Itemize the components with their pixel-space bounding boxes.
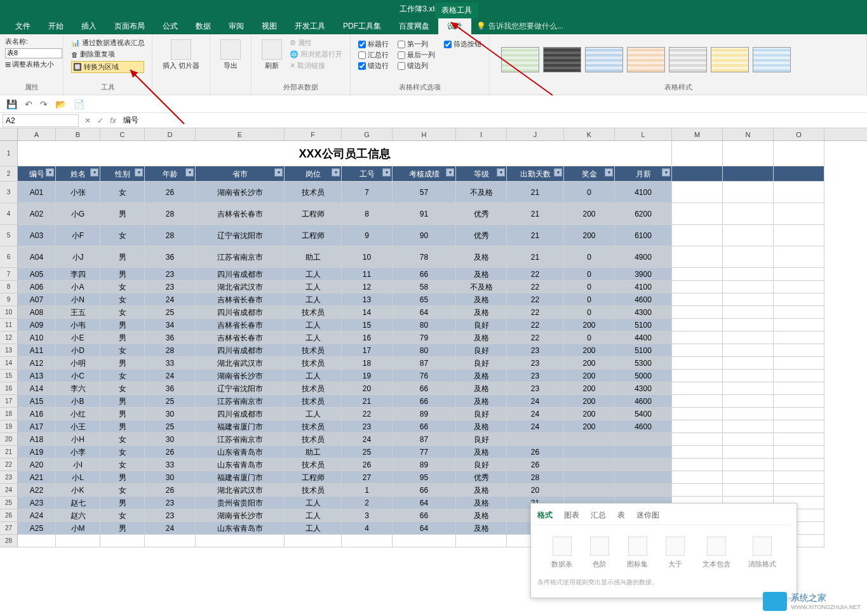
cell[interactable] (672, 306, 723, 319)
cell[interactable]: A07 (18, 293, 56, 306)
cell[interactable] (672, 225, 723, 246)
unlink[interactable]: ✕ 取消链接 (290, 61, 342, 70)
cell[interactable]: 月薪▾ (615, 166, 672, 182)
cell[interactable]: 22 (507, 268, 564, 281)
cell[interactable]: 66 (393, 268, 456, 281)
cell[interactable]: 男 (100, 497, 145, 509)
cell[interactable] (723, 420, 774, 433)
cell[interactable]: 年龄▾ (145, 166, 196, 182)
cell[interactable]: 25 (145, 420, 196, 433)
cell[interactable]: 及格 (456, 497, 507, 509)
cell[interactable]: 工人 (285, 522, 342, 535)
cell[interactable]: 16 (342, 331, 393, 344)
cell[interactable]: 4400 (615, 331, 672, 344)
col-header[interactable]: B (56, 128, 100, 140)
cell[interactable] (285, 535, 342, 547)
col-header[interactable]: O (774, 128, 824, 140)
cell[interactable]: 吉林省长春市 (196, 203, 285, 225)
cell[interactable]: 23 (507, 357, 564, 370)
cell[interactable] (672, 484, 723, 497)
cell[interactable]: 87 (393, 433, 456, 446)
cell[interactable]: 不及格 (456, 281, 507, 293)
cell[interactable]: 女 (100, 344, 145, 357)
cell[interactable] (672, 408, 723, 420)
cell[interactable]: 5100 (615, 319, 672, 331)
qp-tab-spark[interactable]: 迷你图 (636, 510, 659, 521)
cell[interactable]: 24 (145, 370, 196, 382)
cell[interactable]: A17 (18, 420, 56, 433)
cell[interactable]: 30 (145, 471, 196, 484)
filter-arrow-icon[interactable]: ▾ (46, 168, 54, 177)
cell[interactable]: 男 (100, 395, 145, 408)
col-header[interactable]: M (672, 128, 723, 140)
cell[interactable]: 79 (393, 331, 456, 344)
cell[interactable]: 吉林省长春市 (196, 319, 285, 331)
cell[interactable]: 山东省青岛市 (196, 459, 285, 471)
cell[interactable]: 女 (100, 370, 145, 382)
cell[interactable]: 4 (342, 522, 393, 535)
cell[interactable]: 及格 (456, 370, 507, 382)
style-thumb[interactable] (753, 47, 791, 72)
select-all-corner[interactable] (0, 128, 18, 140)
cell[interactable]: 64 (393, 522, 456, 535)
cell[interactable]: 17 (342, 344, 393, 357)
col-header[interactable]: F (285, 128, 342, 140)
cell[interactable] (723, 357, 774, 370)
chk-header-row[interactable]: 标题行 (358, 39, 389, 49)
cell[interactable]: A22 (18, 484, 56, 497)
cell[interactable]: 90 (393, 225, 456, 246)
cell[interactable] (774, 459, 824, 471)
cell[interactable]: 30 (145, 433, 196, 446)
tab-layout[interactable]: 页面布局 (105, 21, 154, 32)
cell[interactable]: 19 (342, 370, 393, 382)
cell[interactable]: 及格 (456, 509, 507, 522)
cell[interactable]: 等级▾ (456, 166, 507, 182)
cell[interactable]: 4600 (615, 420, 672, 433)
cell[interactable]: 男 (100, 420, 145, 433)
title-cell[interactable]: XXX公司员工信息 (18, 141, 672, 166)
cell[interactable]: 小G (56, 203, 100, 225)
cell[interactable]: 工程师 (285, 225, 342, 246)
cell[interactable]: 64 (393, 497, 456, 509)
cell[interactable] (564, 446, 615, 459)
cell[interactable]: 30 (145, 408, 196, 420)
qp-icon[interactable]: 数据条 (551, 537, 572, 569)
cell[interactable]: 0 (564, 246, 615, 268)
cell[interactable] (672, 382, 723, 395)
chk-banded-row[interactable]: 镶边行 (358, 61, 389, 70)
cell[interactable] (723, 395, 774, 408)
cell[interactable]: 优秀 (456, 225, 507, 246)
cell[interactable]: 89 (393, 408, 456, 420)
cell[interactable]: 小H (56, 433, 100, 446)
cell[interactable]: 男 (100, 331, 145, 344)
cell[interactable]: 21 (342, 395, 393, 408)
qp-icon[interactable]: 大于 (666, 537, 685, 569)
cell[interactable]: 5300 (615, 357, 672, 370)
tab-home[interactable]: 开始 (39, 21, 72, 32)
cell[interactable] (774, 471, 824, 484)
cell[interactable]: 21 (507, 203, 564, 225)
cell[interactable]: A20 (18, 459, 56, 471)
cell[interactable] (723, 446, 774, 459)
cell[interactable]: 23 (145, 281, 196, 293)
cell[interactable]: 技术员 (285, 459, 342, 471)
cell[interactable]: 小张 (56, 182, 100, 203)
cell[interactable]: 0 (564, 268, 615, 281)
cell[interactable]: 山东省青岛市 (196, 446, 285, 459)
cell[interactable]: A13 (18, 370, 56, 382)
cell[interactable]: 及格 (456, 484, 507, 497)
cell[interactable] (774, 420, 824, 433)
cell[interactable]: A09 (18, 319, 56, 331)
cell[interactable]: 四川省成都市 (196, 306, 285, 319)
cell[interactable]: 89 (393, 459, 456, 471)
cell[interactable] (615, 433, 672, 446)
cell[interactable]: 山东省青岛市 (196, 522, 285, 535)
cell[interactable] (774, 319, 824, 331)
cell[interactable]: 26 (145, 446, 196, 459)
cell[interactable]: 女 (100, 182, 145, 203)
cell[interactable]: 57 (393, 182, 456, 203)
cell[interactable]: 34 (145, 319, 196, 331)
cell[interactable]: A05 (18, 268, 56, 281)
col-header[interactable]: J (507, 128, 564, 140)
cell[interactable] (672, 182, 723, 203)
